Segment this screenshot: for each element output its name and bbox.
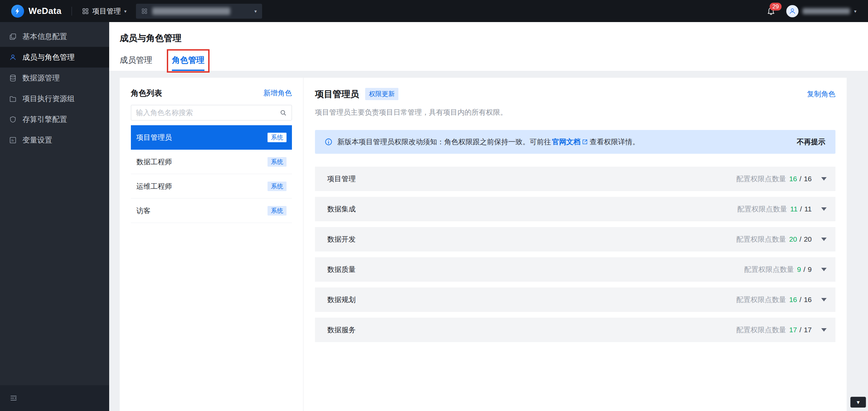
chevron-down-icon[interactable] <box>821 207 827 211</box>
notifications-button[interactable]: 29 <box>767 6 775 16</box>
perm-group-data-service[interactable]: 数据服务 配置权限点数量 17 / 17 <box>315 318 835 342</box>
search-icon <box>279 109 287 116</box>
wedata-console: WeData 项目管理 ▾ ▾ 29 <box>0 0 868 411</box>
copy-role-button[interactable]: 复制角色 <box>807 89 835 99</box>
perm-group-data-integration[interactable]: 数据集成 配置权限点数量 11 / 11 <box>315 197 835 221</box>
official-doc-link[interactable]: 官网文档 <box>552 137 588 147</box>
user-icon <box>789 7 796 15</box>
perm-granted-count: 20 <box>789 235 797 243</box>
role-name: 数据工程师 <box>136 157 172 167</box>
chevron-down-icon: ▾ <box>854 9 856 14</box>
sidebar-item-label: 变量设置 <box>22 135 52 145</box>
add-role-button[interactable]: 新增角色 <box>263 88 292 98</box>
notice-text-after: 查看权限详情。 <box>590 137 639 147</box>
perm-granted-count: 17 <box>789 326 797 334</box>
perm-group-data-development[interactable]: 数据开发 配置权限点数量 20 / 20 <box>315 227 835 251</box>
chevron-down-icon[interactable] <box>821 268 827 271</box>
perm-total-count: 9 <box>808 265 812 274</box>
caret-down-icon: ▾ <box>857 399 860 406</box>
perm-group-name: 数据质量 <box>327 265 356 274</box>
nav-label: 项目管理 <box>92 6 121 16</box>
grid-icon <box>82 8 89 15</box>
sidebar-collapse-button[interactable] <box>0 385 109 411</box>
role-search-input[interactable] <box>136 109 279 117</box>
project-management-menu[interactable]: 项目管理 ▾ <box>82 6 126 16</box>
main-content: 成员与角色管理 成员管理 角色管理 角色列表 新增角色 <box>109 22 868 411</box>
role-list-panel: 角色列表 新增角色 项目管理员 系统 数据工程师 系统 <box>120 78 303 411</box>
perm-group-name: 数据规划 <box>327 295 356 304</box>
role-name: 项目管理员 <box>136 133 172 142</box>
chevron-down-icon: ▾ <box>254 9 257 14</box>
perm-total-count: 17 <box>804 326 812 334</box>
workspace-icon <box>141 8 147 14</box>
content-panels: 角色列表 新增角色 项目管理员 系统 数据工程师 系统 <box>120 78 847 411</box>
collapse-icon <box>9 394 18 402</box>
folder-icon <box>9 95 17 102</box>
sidebar-item-variables[interactable]: fx 变量设置 <box>0 130 109 150</box>
topbar: WeData 项目管理 ▾ ▾ 29 <box>0 0 868 22</box>
sidebar-item-label: 成员与角色管理 <box>22 52 75 62</box>
ratio-separator: / <box>800 235 802 243</box>
perm-granted-count: 11 <box>790 205 798 213</box>
database-icon <box>9 74 17 82</box>
role-item-project-admin[interactable]: 项目管理员 系统 <box>131 125 292 150</box>
perm-count-label: 配置权限点数量 <box>736 295 786 304</box>
doc-link-label: 官网文档 <box>552 137 580 147</box>
external-link-icon <box>582 139 588 145</box>
chevron-down-icon[interactable] <box>821 298 827 301</box>
tab-member-management[interactable]: 成员管理 <box>120 55 152 71</box>
topbar-divider <box>72 7 72 16</box>
role-item-visitor[interactable]: 访客 系统 <box>131 199 292 223</box>
perm-group-name: 数据服务 <box>327 325 356 335</box>
perm-total-count: 16 <box>804 296 812 304</box>
role-list-title: 角色列表 <box>131 88 162 98</box>
permission-update-badge: 权限更新 <box>365 88 398 100</box>
sidebar-item-engine-config[interactable]: 存算引擎配置 <box>0 109 109 130</box>
perm-group-name: 项目管理 <box>327 174 356 184</box>
perm-group-data-planning[interactable]: 数据规划 配置权限点数量 16 / 16 <box>315 287 835 312</box>
role-search-box <box>131 105 292 120</box>
role-item-ops-engineer[interactable]: 运维工程师 系统 <box>131 174 292 199</box>
shield-icon <box>9 116 17 123</box>
system-badge: 系统 <box>268 206 287 216</box>
role-item-data-engineer[interactable]: 数据工程师 系统 <box>131 150 292 174</box>
notification-count-badge: 29 <box>770 3 782 11</box>
perm-group-name: 数据集成 <box>327 204 356 214</box>
sidebar-item-basic-info[interactable]: 基本信息配置 <box>0 26 109 47</box>
wedata-logo-icon <box>11 5 24 18</box>
sidebar-item-members-roles[interactable]: 成员与角色管理 <box>0 47 109 68</box>
ratio-separator: / <box>803 265 805 274</box>
chevron-down-icon[interactable] <box>821 328 827 332</box>
system-badge: 系统 <box>268 157 287 167</box>
perm-group-data-quality[interactable]: 数据质量 配置权限点数量 9 / 9 <box>315 257 835 282</box>
sidebar-item-label: 数据源管理 <box>22 73 60 83</box>
logo-text: WeData <box>28 6 61 16</box>
user-menu[interactable]: ▾ <box>786 5 856 17</box>
tab-label: 成员管理 <box>120 55 152 64</box>
chevron-down-icon[interactable] <box>821 177 827 181</box>
scroll-down-button[interactable]: ▾ <box>850 397 866 408</box>
role-list-items: 项目管理员 系统 数据工程师 系统 运维工程师 系统 访客 系统 <box>131 125 292 223</box>
chevron-down-icon[interactable] <box>821 238 827 241</box>
sidebar-item-resource-group[interactable]: 项目执行资源组 <box>0 88 109 109</box>
perm-count-label: 配置权限点数量 <box>744 265 794 274</box>
project-selector[interactable]: ▾ <box>136 4 262 19</box>
tab-role-management[interactable]: 角色管理 <box>172 55 204 71</box>
wedata-logo[interactable]: WeData <box>11 5 61 18</box>
chevron-down-icon: ▾ <box>124 9 126 14</box>
project-name-redacted <box>152 7 230 15</box>
role-detail-title: 项目管理员 <box>315 88 359 100</box>
sidebar-item-datasource[interactable]: 数据源管理 <box>0 68 109 88</box>
perm-total-count: 16 <box>804 175 812 183</box>
role-name: 访客 <box>136 206 151 216</box>
page-title: 成员与角色管理 <box>120 32 868 44</box>
dismiss-notice-button[interactable]: 不再提示 <box>797 137 825 147</box>
topbar-right: 29 ▾ <box>767 5 856 17</box>
perm-count-label: 配置权限点数量 <box>736 235 786 244</box>
tab-bar: 成员管理 角色管理 <box>120 55 204 71</box>
perm-granted-count: 16 <box>789 296 797 304</box>
perm-group-project-management[interactable]: 项目管理 配置权限点数量 16 / 16 <box>315 167 835 191</box>
role-description: 项目管理员主要负责项目日常管理，具有项目内的所有权限。 <box>315 108 835 117</box>
system-badge: 系统 <box>268 133 287 142</box>
ratio-separator: / <box>800 205 802 213</box>
